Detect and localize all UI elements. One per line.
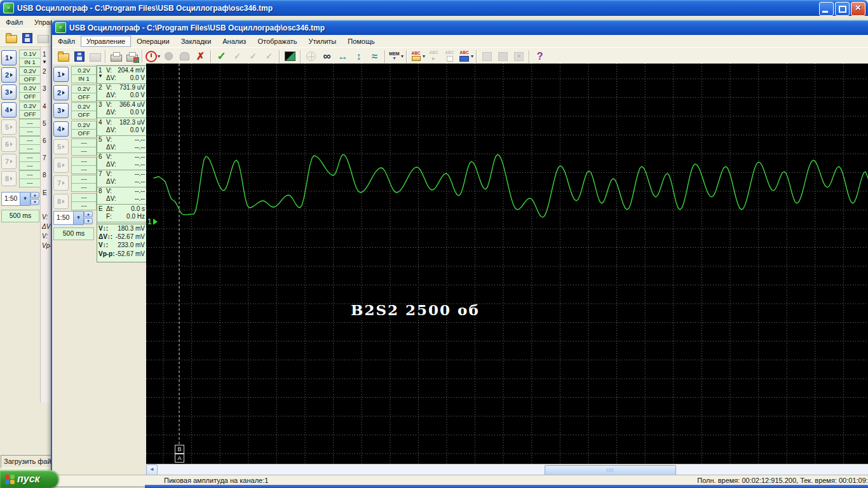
- scrollbar-thumb[interactable]: [545, 465, 676, 475]
- menu-bookmarks[interactable]: Закладки: [175, 36, 217, 47]
- open-file-icon[interactable]: [4, 30, 18, 45]
- channel-2-button[interactable]: 2: [1, 67, 17, 83]
- restore-button[interactable]: [835, 2, 850, 16]
- meas-label: ΔV:: [106, 161, 116, 168]
- channel-1-settings[interactable]: 0.2VIN 1: [71, 66, 97, 83]
- fit-horizontal-icon[interactable]: [336, 49, 350, 64]
- channel-8-button[interactable]: 8: [53, 194, 69, 209]
- spin-up-button[interactable]: ▲: [31, 192, 39, 198]
- print-icon[interactable]: [109, 49, 123, 64]
- channel-7-settings[interactable]: ------: [19, 153, 41, 170]
- minimize-button[interactable]: [819, 2, 834, 16]
- channel-1-button[interactable]: 1: [1, 50, 17, 65]
- outer-divider-spinner[interactable]: ▲ ▼: [31, 192, 39, 205]
- search-globe-icon: [306, 51, 316, 61]
- cursor-meas-row: V↕:233.0 mV: [97, 241, 147, 249]
- meas-value: --.--: [135, 161, 145, 168]
- meas-value: 0.0 V: [130, 109, 145, 116]
- memory-icon[interactable]: MEM: [388, 49, 403, 64]
- measurement-panel: 1▼V:204.4 mVΔV:0.0 V2V:731.9 uVΔV:0.0 V3…: [97, 65, 147, 262]
- save-file-icon[interactable]: [20, 30, 34, 45]
- meas-line-v: V:--.--: [106, 170, 145, 178]
- channel-1-button[interactable]: 1: [53, 67, 69, 82]
- apply-check-icon[interactable]: [214, 49, 229, 64]
- channel-4-button[interactable]: 4: [53, 121, 69, 137]
- help-icon[interactable]: [532, 49, 547, 64]
- channel-8-settings[interactable]: ------: [19, 170, 41, 187]
- trigger-marker[interactable]: 1: [147, 217, 158, 226]
- channel-8-settings[interactable]: ------: [71, 193, 97, 210]
- fit-vertical-icon[interactable]: [351, 49, 366, 64]
- print-image-icon[interactable]: [125, 49, 139, 64]
- channel-3-settings[interactable]: 0.2VOFF: [19, 84, 41, 101]
- delete-icon[interactable]: [193, 49, 208, 64]
- autoscale-icon[interactable]: [367, 49, 382, 64]
- cursor-a-marker[interactable]: A: [175, 454, 184, 463]
- open-file-icon[interactable]: [56, 49, 71, 64]
- cursor-meas-value: -52.67 mV: [116, 233, 145, 241]
- outer-divider-select[interactable]: 1:50: [1, 192, 31, 206]
- inner-titlebar[interactable]: USB Осциллограф - C:\Program Files\USB О…: [52, 20, 868, 35]
- channel-7-settings[interactable]: ------: [71, 175, 97, 192]
- stop-icon[interactable]: [146, 49, 160, 64]
- channel-7-button[interactable]: 7: [53, 175, 69, 191]
- channel-7-button[interactable]: 7: [1, 154, 17, 169]
- channel-2-button[interactable]: 2: [53, 85, 69, 100]
- close-button[interactable]: [851, 2, 865, 16]
- menu-file[interactable]: Файл: [52, 36, 81, 47]
- text-load-icon[interactable]: ABC: [410, 49, 425, 64]
- menu-utilities[interactable]: Утилиты: [303, 36, 342, 47]
- menu-analysis[interactable]: Анализ: [217, 36, 252, 47]
- channel-6-button[interactable]: 6: [1, 137, 17, 152]
- channel-5-button[interactable]: 5: [53, 139, 69, 154]
- menu-help[interactable]: Помощь: [342, 36, 381, 47]
- invert-colors-icon[interactable]: [283, 49, 297, 64]
- channel-3-button[interactable]: 3: [1, 85, 17, 100]
- menu-control[interactable]: Управление: [81, 36, 131, 47]
- horizontal-scrollbar[interactable]: ◄: [146, 464, 868, 475]
- channel-4-settings[interactable]: 0.2VOFF: [19, 102, 41, 119]
- start-button[interactable]: пуск: [0, 470, 58, 488]
- oscilloscope-display[interactable]: 1 B A B2S2 2500 об: [146, 64, 868, 464]
- channel-4-settings[interactable]: 0.2VOFF: [71, 121, 97, 138]
- inner-timebase[interactable]: 500 ms: [53, 227, 94, 240]
- channel-5-button[interactable]: 5: [1, 119, 17, 135]
- search-signal-icon[interactable]: [320, 49, 334, 64]
- combo-dropdown-button[interactable]: [20, 193, 30, 205]
- text-panel-icon[interactable]: ABC: [458, 49, 473, 64]
- outer-titlebar[interactable]: USB Осциллограф - C:\Program Files\USB О…: [0, 0, 868, 16]
- channel-5-settings[interactable]: ------: [19, 119, 41, 136]
- channel-3-settings[interactable]: 0.2VOFF: [71, 102, 97, 119]
- channel-5-settings[interactable]: ------: [71, 139, 97, 156]
- dropdown-caret-icon[interactable]: [471, 53, 473, 59]
- channel-6-settings[interactable]: ------: [19, 136, 41, 153]
- spin-up-button[interactable]: ▲: [84, 211, 93, 217]
- menu-operations[interactable]: Операции: [131, 36, 175, 47]
- dropdown-caret-icon[interactable]: [423, 53, 425, 59]
- channel-4-button[interactable]: 4: [1, 102, 17, 118]
- strip-channel-8: 8: [43, 172, 46, 179]
- spin-down-button[interactable]: ▼: [31, 199, 39, 205]
- outer-timebase[interactable]: 500 ms: [1, 210, 39, 222]
- channel-2-settings[interactable]: 0.2VOFF: [71, 85, 97, 102]
- channel-1-settings[interactable]: 0.1VIN 1: [19, 50, 41, 67]
- channel-6-settings[interactable]: ------: [71, 157, 97, 174]
- dropdown-caret-icon[interactable]: [158, 53, 160, 59]
- channel-2-settings[interactable]: 0.2VOFF: [19, 67, 41, 84]
- menu-control[interactable]: Управление: [29, 17, 51, 28]
- inner-divider-spinner[interactable]: ▲ ▼: [84, 211, 93, 224]
- meas-label: V:: [106, 136, 112, 144]
- channel-row-1: 10.1VIN 1: [1, 50, 41, 67]
- channel-3-button[interactable]: 3: [53, 103, 69, 118]
- menu-file[interactable]: Файл: [0, 17, 29, 28]
- cursor-b-marker[interactable]: B: [175, 445, 184, 454]
- menu-display[interactable]: Отображать: [252, 36, 302, 47]
- channel-8-button[interactable]: 8: [1, 171, 17, 186]
- channel-6-button[interactable]: 6: [53, 158, 69, 173]
- spin-down-button[interactable]: ▼: [84, 218, 93, 224]
- dropdown-caret-icon[interactable]: [401, 53, 403, 59]
- toolbar-separator: [210, 50, 212, 63]
- save-file-icon[interactable]: [72, 49, 86, 64]
- inner-divider-select[interactable]: 1:50: [53, 211, 84, 225]
- combo-dropdown-button[interactable]: [73, 212, 83, 224]
